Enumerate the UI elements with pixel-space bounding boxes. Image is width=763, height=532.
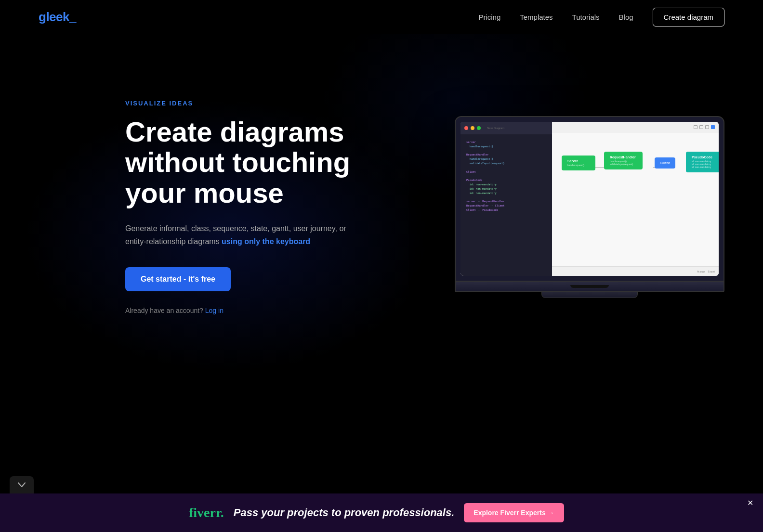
code-editor-panel: server handlerequest() RequestHandler ha… [460, 122, 552, 276]
ad-text: Pass your projects to proven professiona… [234, 506, 454, 519]
nav-links: Pricing Templates Tutorials Blog Create … [478, 8, 724, 26]
screen-content: server handlerequest() RequestHandler ha… [460, 122, 719, 276]
ad-content: fiverr. Pass your projects to proven pro… [189, 503, 574, 522]
nav-tutorials[interactable]: Tutorials [572, 13, 600, 21]
node-handler-method2: validateInput(request) [610, 163, 637, 166]
canvas-zoom-label: fit page [697, 270, 705, 273]
node-handler-title: RequestHandler [610, 156, 637, 159]
laptop-base [455, 282, 724, 292]
toolbar-icon-3 [705, 125, 709, 129]
window-close-dot [464, 126, 468, 130]
node-server-method: handlerequest() [567, 164, 590, 167]
hero-description: Generate informal, class, sequence, stat… [125, 222, 356, 248]
window-minimize-dot [471, 126, 474, 130]
nav-pricing[interactable]: Pricing [478, 13, 500, 21]
navigation: gleek_ Pricing Templates Tutorials Blog … [0, 0, 763, 34]
diagram-node-pseudocode: PseudoCode id: non-mandatory id: non-man… [686, 152, 719, 172]
nav-blog[interactable]: Blog [619, 13, 633, 21]
laptop-body: New Diagram server handlerequest() Reque… [455, 116, 724, 282]
create-diagram-button[interactable]: Create diagram [653, 8, 724, 26]
canvas-toolbar [552, 122, 719, 132]
logo[interactable]: gleek_ [39, 10, 76, 25]
node-client-title: Client [660, 161, 670, 165]
fiverr-logo: fiverr. [189, 505, 224, 520]
logo-icon: g [39, 10, 46, 24]
diagram-node-client: Client [655, 157, 675, 169]
hero-eyebrow: VISUALIZE IDEAS [125, 100, 356, 107]
node-pseudocode-title: PseudoCode [692, 156, 719, 159]
chevron-down-icon [18, 482, 26, 487]
login-link[interactable]: Log in [205, 307, 224, 314]
hero-section: VISUALIZE IDEAS Create diagrams without … [0, 34, 763, 371]
diagram-node-handler: RequestHandler handlerequest() validateI… [604, 152, 643, 169]
laptop-mockup: New Diagram server handlerequest() Reque… [455, 116, 724, 298]
nav-templates[interactable]: Templates [520, 13, 553, 21]
hero-desc-highlight: using only the keyboard [222, 237, 310, 246]
toolbar-icon-active [711, 125, 715, 129]
diagram-nodes-area: Server handlerequest() RequestHandler ha… [552, 141, 719, 266]
logo-text: leek_ [46, 10, 76, 24]
diagram-canvas: Server handlerequest() RequestHandler ha… [552, 122, 719, 276]
toolbar-icon-2 [699, 125, 703, 129]
get-started-button[interactable]: Get started - it's free [125, 267, 231, 291]
laptop-screen: New Diagram server handlerequest() Reque… [460, 122, 719, 276]
login-prompt: Already have an account? Log in [125, 307, 356, 314]
toolbar-icon-1 [694, 125, 697, 129]
code-content: server handlerequest() RequestHandler ha… [466, 140, 546, 212]
laptop: New Diagram server handlerequest() Reque… [455, 116, 724, 298]
hero-content: VISUALIZE IDEAS Create diagrams without … [125, 100, 356, 315]
laptop-stand [541, 292, 638, 298]
window-title: New Diagram [487, 127, 504, 130]
laptop-notch [570, 285, 609, 288]
login-prompt-text: Already have an account? [125, 307, 203, 314]
diagram-node-server: Server handlerequest() [562, 156, 595, 170]
window-maximize-dot [477, 126, 481, 130]
node-server-title: Server [567, 159, 590, 163]
ad-banner: fiverr. Pass your projects to proven pro… [0, 493, 763, 532]
canvas-export-label: Export [708, 270, 715, 273]
node-pseudocode-field3: id: non-mandatory [692, 166, 719, 169]
ad-close-button[interactable]: ✕ [747, 498, 753, 507]
collapse-button[interactable] [10, 476, 34, 493]
hero-title: Create diagrams without touching your mo… [125, 117, 356, 208]
canvas-bottom-bar: fit page Export [552, 266, 719, 276]
fiverr-cta-button[interactable]: Explore Fiverr Experts → [464, 503, 564, 522]
